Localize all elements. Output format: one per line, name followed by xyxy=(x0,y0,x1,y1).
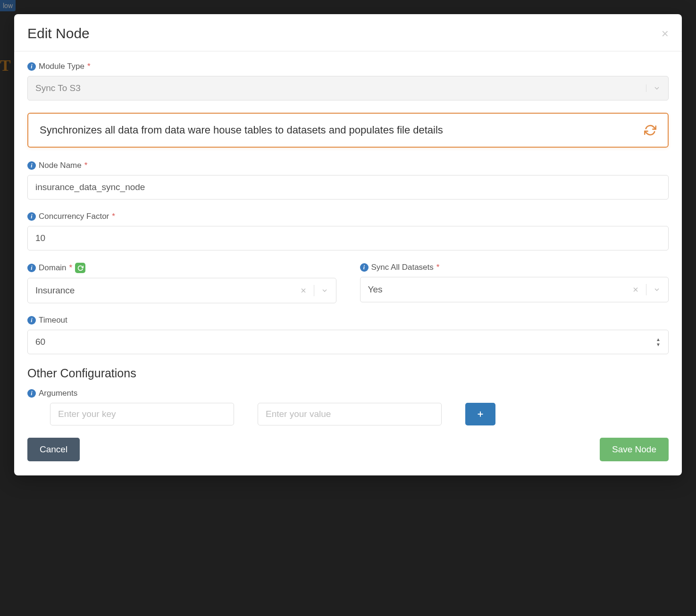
concurrency-group: i Concurrency Factor * xyxy=(27,212,669,250)
domain-sync-row: i Domain * Insurance xyxy=(27,263,669,303)
info-icon[interactable]: i xyxy=(360,263,369,272)
info-icon[interactable]: i xyxy=(27,212,36,221)
label-text: Arguments xyxy=(39,389,77,398)
module-description: Synchronizes all data from data ware hou… xyxy=(27,113,669,148)
close-icon[interactable]: × xyxy=(662,27,669,40)
select-value: Sync To S3 xyxy=(35,83,81,93)
info-icon[interactable]: i xyxy=(27,62,36,71)
argument-value-input[interactable] xyxy=(266,409,434,419)
required-marker: * xyxy=(84,161,88,170)
domain-group: i Domain * Insurance xyxy=(27,263,336,303)
module-type-group: i Module Type * Sync To S3 xyxy=(27,62,669,100)
required-marker: * xyxy=(112,212,115,221)
info-icon[interactable]: i xyxy=(27,389,36,398)
argument-key-wrap xyxy=(50,403,234,425)
separator xyxy=(646,284,646,295)
timeout-group: i Timeout 60 ▲ ▼ xyxy=(27,316,669,354)
modal-body: i Module Type * Sync To S3 Synchronizes … xyxy=(14,51,682,425)
cancel-button[interactable]: Cancel xyxy=(27,438,80,461)
separator xyxy=(314,285,314,296)
sync-all-label: i Sync All Datasets * xyxy=(360,263,669,272)
arguments-label: i Arguments xyxy=(27,389,669,398)
concurrency-input[interactable] xyxy=(35,233,661,243)
info-icon[interactable]: i xyxy=(27,316,36,325)
domain-label: i Domain * xyxy=(27,263,336,273)
modal-footer: Cancel Save Node xyxy=(14,425,682,475)
info-icon[interactable]: i xyxy=(27,264,36,272)
concurrency-label: i Concurrency Factor * xyxy=(27,212,669,221)
description-text: Synchronizes all data from data ware hou… xyxy=(40,124,443,136)
label-text: Timeout xyxy=(39,316,67,325)
node-name-group: i Node Name * xyxy=(27,161,669,200)
timeout-input[interactable]: 60 ▲ ▼ xyxy=(27,330,669,354)
required-marker: * xyxy=(436,263,440,272)
argument-value-wrap xyxy=(258,403,442,425)
label-text: Node Name xyxy=(39,161,82,170)
module-type-label: i Module Type * xyxy=(27,62,669,71)
node-name-input-wrap xyxy=(27,175,669,200)
other-config-title: Other Configurations xyxy=(27,366,669,380)
required-marker: * xyxy=(87,62,91,71)
domain-select[interactable]: Insurance xyxy=(27,278,336,303)
edit-node-modal: Edit Node × i Module Type * Sync To S3 S… xyxy=(14,14,682,475)
save-node-button[interactable]: Save Node xyxy=(600,438,669,461)
modal-title: Edit Node xyxy=(27,25,90,42)
spinner-controls[interactable]: ▲ ▼ xyxy=(656,337,661,347)
timeout-value: 60 xyxy=(35,337,45,347)
concurrency-input-wrap xyxy=(27,226,669,250)
spinner-down-icon[interactable]: ▼ xyxy=(656,342,661,347)
timeout-label: i Timeout xyxy=(27,316,669,325)
label-text: Domain xyxy=(39,263,67,273)
modal-header: Edit Node × xyxy=(14,14,682,51)
node-name-label: i Node Name * xyxy=(27,161,669,170)
info-icon[interactable]: i xyxy=(27,161,36,170)
select-value: Yes xyxy=(368,284,383,295)
argument-key-input[interactable] xyxy=(58,409,226,419)
clear-icon[interactable] xyxy=(300,287,307,294)
label-text: Sync All Datasets xyxy=(371,263,434,272)
chevron-down-icon xyxy=(646,84,661,92)
arguments-row xyxy=(27,403,669,425)
chevron-down-icon xyxy=(321,287,328,294)
sync-all-group: i Sync All Datasets * Yes xyxy=(360,263,669,303)
refresh-icon[interactable] xyxy=(75,263,85,273)
node-name-input[interactable] xyxy=(35,182,661,192)
label-text: Module Type xyxy=(39,62,84,71)
clear-icon[interactable] xyxy=(632,286,639,293)
spinner-up-icon[interactable]: ▲ xyxy=(656,337,661,342)
select-value: Insurance xyxy=(35,285,75,296)
sync-icon[interactable] xyxy=(644,124,656,136)
module-type-select[interactable]: Sync To S3 xyxy=(27,76,669,100)
add-argument-button[interactable] xyxy=(465,403,495,425)
plus-icon xyxy=(477,410,484,418)
label-text: Concurrency Factor xyxy=(39,212,109,221)
sync-all-select[interactable]: Yes xyxy=(360,277,669,302)
chevron-down-icon xyxy=(653,286,661,293)
required-marker: * xyxy=(69,263,73,273)
